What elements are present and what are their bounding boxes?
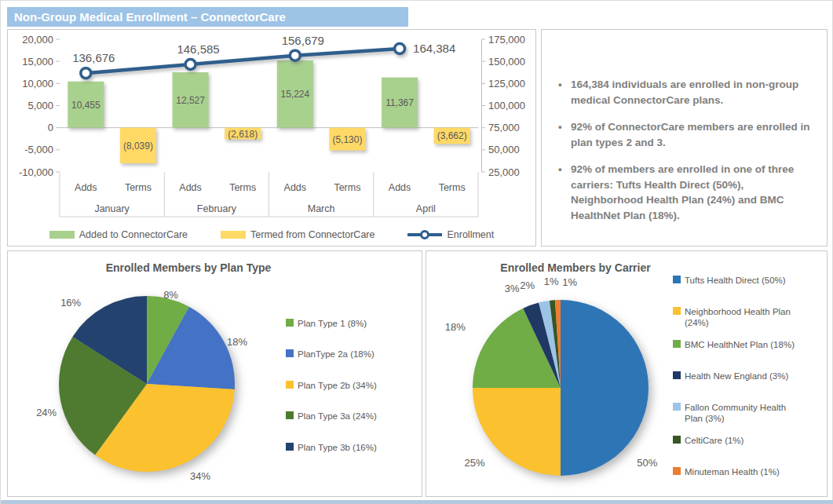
bar-label: 10,455 — [71, 100, 100, 111]
svg-text:Terms: Terms — [125, 182, 152, 193]
series-termed-from-connectorcare — [120, 128, 470, 163]
svg-text:Terms: Terms — [334, 182, 360, 193]
svg-text:Terms: Terms — [439, 182, 466, 193]
legend-label: Tufts Health Direct (50%) — [685, 275, 786, 286]
legend-swatch — [286, 381, 294, 389]
legend-label: Enrollment — [447, 229, 494, 240]
legend-item-plan-type-2b-34: Plan Type 2b (34%) — [286, 380, 404, 391]
pie-data-label: 34% — [190, 470, 210, 482]
legend-swatch — [673, 371, 681, 379]
legend-item-bmc-healthnet-plan-18: BMC HealthNet Plan (18%) — [673, 339, 798, 360]
svg-text:February: February — [197, 203, 237, 214]
carrier-pie-panel: 50%25%18%3%2%1%1% Enrolled Members by Ca… — [426, 250, 828, 497]
svg-text:100,000: 100,000 — [488, 100, 525, 111]
svg-text:25,000: 25,000 — [488, 166, 520, 178]
svg-text:Adds: Adds — [389, 182, 411, 193]
svg-text:0: 0 — [48, 122, 53, 133]
pie-data-label: 3% — [505, 283, 520, 294]
insights-panel: 164,384 individuals are enrolled in non-… — [541, 29, 828, 247]
line-label: 146,585 — [177, 42, 219, 56]
legend-swatch — [673, 403, 681, 411]
legend-label: Fallon Community Health Plan (3%) — [685, 402, 798, 425]
legend-item-neighborhood-health-plan-24: Neighborhood Health Plan (24%) — [673, 306, 798, 329]
pie-data-label: 1% — [544, 276, 559, 287]
pie-data-label: 16% — [60, 297, 81, 309]
carrier-legend: Tufts Health Direct (50%)Neighborhood He… — [673, 275, 798, 488]
svg-text:150,000: 150,000 — [488, 56, 525, 68]
svg-text:10,000: 10,000 — [22, 78, 53, 89]
insight-bullet-2: 92% of ConnectorCare members are enrolle… — [557, 119, 811, 150]
svg-text:Adds: Adds — [75, 182, 97, 193]
legend-label: Plan Type 3a (24%) — [298, 411, 377, 422]
legend-item-tufts-health-direct-50: Tufts Health Direct (50%) — [673, 275, 798, 296]
carrier-pie — [473, 300, 648, 476]
legend-item-termed-from-connectorcare: Termed from ConnectorCare — [221, 229, 374, 240]
enrollment-trend-panel: 20,00015,00010,0005,0000-5,000-10,000175… — [7, 29, 536, 247]
svg-text:March: March — [308, 203, 335, 214]
bar-label: 15,224 — [280, 89, 309, 100]
insights-list: 164,384 individuals are enrolled in non-… — [557, 77, 811, 224]
line-label: 156,679 — [282, 34, 324, 47]
legend-swatch — [286, 411, 294, 419]
pie-data-label: 18% — [445, 321, 466, 333]
legend-item-health-new-england-3: Health New England (3%) — [673, 371, 798, 392]
legend-swatch — [673, 467, 681, 475]
bottom-accent-strip — [1, 500, 833, 504]
enrollment-combo-chart: 20,00015,00010,0005,0000-5,000-10,000175… — [8, 30, 535, 221]
legend-item-enrollment: Enrollment — [407, 229, 494, 240]
svg-text:5,000: 5,000 — [27, 100, 53, 111]
slice-tufts-health-direct-50 — [561, 300, 648, 476]
legend-swatch — [673, 436, 681, 444]
legend-line-marker-icon — [407, 230, 442, 239]
legend-item-celticare-1: CeltiCare (1%) — [673, 435, 798, 456]
legend-swatch — [286, 443, 294, 451]
pie-data-label: 2% — [520, 279, 535, 291]
insight-bullet-3: 92% of members are enrolled in one of th… — [557, 162, 811, 223]
pie-data-label: 25% — [465, 457, 485, 469]
svg-text:75,000: 75,000 — [488, 122, 520, 133]
bar-label: (2,618) — [228, 129, 258, 140]
slice-neighborhood-health-plan-24 — [473, 388, 561, 476]
dashboard-page: Non-Group Medical Enrollment – Connector… — [0, 0, 833, 504]
carrier-chart-title: Enrolled Members by Carrier — [426, 261, 725, 274]
svg-text:50,000: 50,000 — [488, 144, 520, 155]
svg-text:125,000: 125,000 — [488, 78, 525, 89]
plan-type-legend: Plan Type 1 (8%)PlanType 2a (18%)Plan Ty… — [286, 318, 404, 453]
series-enrollment — [81, 43, 405, 78]
legend-label: Plan Type 3b (16%) — [298, 442, 377, 453]
svg-text:January: January — [94, 203, 130, 214]
svg-text:Terms: Terms — [229, 182, 256, 193]
legend-item-plan-type-3a-24: Plan Type 3a (24%) — [286, 411, 404, 422]
line-label: 164,384 — [413, 42, 455, 55]
bar-label: (5,130) — [332, 134, 362, 145]
legend-item-plan-type-1-8: Plan Type 1 (8%) — [286, 318, 404, 329]
legend-item-minuteman-health-1: Minuteman Health (1%) — [673, 466, 798, 488]
legend-swatch — [221, 231, 246, 239]
bar-label: (8,039) — [123, 141, 153, 152]
plan-type-pie-panel: 8%18%34%24%16% Enrolled Members by Plan … — [7, 250, 422, 497]
pie-data-label: 18% — [227, 336, 247, 348]
legend-label: BMC HealthNet Plan (18%) — [685, 339, 795, 350]
svg-text:20,000: 20,000 — [22, 34, 53, 46]
page-title: Non-Group Medical Enrollment – Connector… — [7, 7, 408, 27]
legend-label: Plan Type 2b (34%) — [298, 380, 377, 391]
legend-item-added-to-connectorcare: Added to ConnectorCare — [49, 229, 188, 240]
legend-swatch — [49, 231, 75, 239]
bar-label: 12,527 — [176, 95, 205, 106]
svg-text:175,000: 175,000 — [488, 34, 525, 46]
svg-text:Adds: Adds — [284, 182, 307, 193]
legend-item-plan-type-3b-16: Plan Type 3b (16%) — [286, 442, 404, 453]
plan-type-chart-title: Enrolled Members by Plan Type — [8, 261, 369, 274]
legend-swatch — [673, 307, 681, 315]
legend-swatch — [673, 276, 681, 283]
bar-label: (3,662) — [437, 130, 467, 141]
svg-text:-5,000: -5,000 — [24, 144, 53, 155]
legend-label: Health New England (3%) — [685, 371, 788, 382]
pie-data-label: 50% — [637, 457, 657, 469]
legend-swatch — [286, 349, 294, 357]
legend-label: PlanType 2a (18%) — [298, 349, 374, 360]
enrollment-chart-legend: Added to ConnectorCareTermed from Connec… — [8, 229, 535, 240]
bar-label: 11,367 — [385, 97, 414, 108]
legend-label: CeltiCare (1%) — [685, 435, 743, 446]
legend-label: Minuteman Health (1%) — [685, 466, 780, 477]
